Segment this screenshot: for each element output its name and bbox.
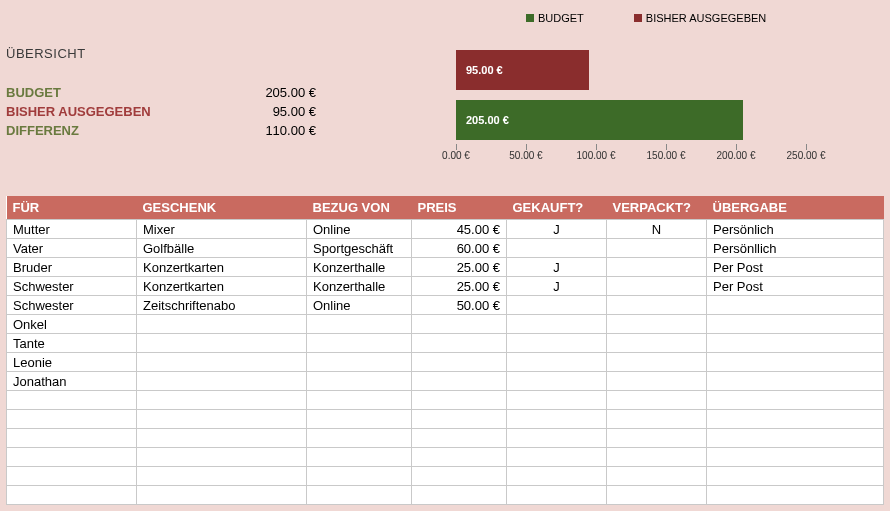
cell-for[interactable]: Leonie <box>7 353 137 372</box>
cell-delivery[interactable]: Per Post <box>707 258 884 277</box>
cell-source[interactable] <box>307 334 412 353</box>
cell-bought[interactable] <box>507 467 607 486</box>
cell-source[interactable] <box>307 448 412 467</box>
cell-bought[interactable] <box>507 353 607 372</box>
cell-for[interactable] <box>7 429 137 448</box>
cell-for[interactable]: Bruder <box>7 258 137 277</box>
cell-source[interactable] <box>307 410 412 429</box>
cell-price[interactable]: 45.00 € <box>412 220 507 239</box>
cell-price[interactable] <box>412 429 507 448</box>
cell-for[interactable] <box>7 410 137 429</box>
cell-for[interactable]: Schwester <box>7 277 137 296</box>
cell-source[interactable]: Online <box>307 220 412 239</box>
cell-wrapped[interactable] <box>607 372 707 391</box>
cell-price[interactable] <box>412 353 507 372</box>
cell-wrapped[interactable]: N <box>607 220 707 239</box>
cell-price[interactable]: 25.00 € <box>412 258 507 277</box>
cell-bought[interactable] <box>507 334 607 353</box>
cell-delivery[interactable] <box>707 429 884 448</box>
cell-wrapped[interactable] <box>607 448 707 467</box>
cell-price[interactable]: 60.00 € <box>412 239 507 258</box>
cell-wrapped[interactable] <box>607 429 707 448</box>
cell-gift[interactable] <box>137 410 307 429</box>
cell-delivery[interactable]: Persönlich <box>707 220 884 239</box>
cell-for[interactable] <box>7 448 137 467</box>
cell-gift[interactable] <box>137 448 307 467</box>
cell-for[interactable] <box>7 467 137 486</box>
cell-for[interactable]: Onkel <box>7 315 137 334</box>
cell-gift[interactable] <box>137 467 307 486</box>
cell-gift[interactable] <box>137 391 307 410</box>
cell-bought[interactable] <box>507 315 607 334</box>
cell-price[interactable] <box>412 448 507 467</box>
cell-gift[interactable] <box>137 429 307 448</box>
cell-source[interactable] <box>307 467 412 486</box>
cell-bought[interactable]: J <box>507 220 607 239</box>
cell-delivery[interactable] <box>707 467 884 486</box>
cell-price[interactable]: 50.00 € <box>412 296 507 315</box>
cell-delivery[interactable] <box>707 353 884 372</box>
cell-wrapped[interactable] <box>607 391 707 410</box>
cell-bought[interactable] <box>507 486 607 505</box>
cell-gift[interactable]: Mixer <box>137 220 307 239</box>
cell-source[interactable]: Online <box>307 296 412 315</box>
cell-gift[interactable]: Konzertkarten <box>137 258 307 277</box>
cell-for[interactable] <box>7 391 137 410</box>
cell-bought[interactable] <box>507 296 607 315</box>
cell-bought[interactable] <box>507 372 607 391</box>
cell-delivery[interactable]: Persönllich <box>707 239 884 258</box>
cell-wrapped[interactable] <box>607 277 707 296</box>
cell-gift[interactable]: Golfbälle <box>137 239 307 258</box>
cell-source[interactable]: Konzerthalle <box>307 258 412 277</box>
cell-source[interactable] <box>307 486 412 505</box>
cell-wrapped[interactable] <box>607 296 707 315</box>
cell-wrapped[interactable] <box>607 486 707 505</box>
cell-source[interactable] <box>307 315 412 334</box>
cell-wrapped[interactable] <box>607 467 707 486</box>
cell-gift[interactable] <box>137 353 307 372</box>
cell-gift[interactable] <box>137 334 307 353</box>
cell-price[interactable] <box>412 372 507 391</box>
cell-source[interactable] <box>307 391 412 410</box>
cell-bought[interactable] <box>507 429 607 448</box>
cell-gift[interactable] <box>137 315 307 334</box>
cell-bought[interactable] <box>507 448 607 467</box>
cell-for[interactable]: Tante <box>7 334 137 353</box>
cell-for[interactable]: Jonathan <box>7 372 137 391</box>
cell-delivery[interactable] <box>707 391 884 410</box>
cell-wrapped[interactable] <box>607 410 707 429</box>
cell-gift[interactable] <box>137 486 307 505</box>
cell-for[interactable] <box>7 486 137 505</box>
cell-price[interactable] <box>412 315 507 334</box>
cell-source[interactable] <box>307 429 412 448</box>
cell-gift[interactable]: Zeitschriftenabo <box>137 296 307 315</box>
cell-source[interactable]: Konzerthalle <box>307 277 412 296</box>
cell-bought[interactable]: J <box>507 277 607 296</box>
cell-price[interactable] <box>412 486 507 505</box>
cell-for[interactable]: Mutter <box>7 220 137 239</box>
cell-price[interactable] <box>412 467 507 486</box>
cell-source[interactable] <box>307 372 412 391</box>
cell-wrapped[interactable] <box>607 315 707 334</box>
cell-wrapped[interactable] <box>607 239 707 258</box>
cell-price[interactable] <box>412 334 507 353</box>
cell-bought[interactable] <box>507 410 607 429</box>
cell-wrapped[interactable] <box>607 258 707 277</box>
cell-source[interactable]: Sportgeschäft <box>307 239 412 258</box>
cell-wrapped[interactable] <box>607 334 707 353</box>
cell-gift[interactable] <box>137 372 307 391</box>
cell-for[interactable]: Vater <box>7 239 137 258</box>
cell-gift[interactable]: Konzertkarten <box>137 277 307 296</box>
cell-price[interactable] <box>412 410 507 429</box>
cell-delivery[interactable] <box>707 410 884 429</box>
cell-delivery[interactable] <box>707 448 884 467</box>
cell-delivery[interactable] <box>707 372 884 391</box>
cell-for[interactable]: Schwester <box>7 296 137 315</box>
cell-bought[interactable]: J <box>507 258 607 277</box>
cell-bought[interactable] <box>507 239 607 258</box>
cell-delivery[interactable]: Per Post <box>707 277 884 296</box>
cell-price[interactable] <box>412 391 507 410</box>
cell-delivery[interactable] <box>707 296 884 315</box>
cell-delivery[interactable] <box>707 334 884 353</box>
cell-delivery[interactable] <box>707 315 884 334</box>
